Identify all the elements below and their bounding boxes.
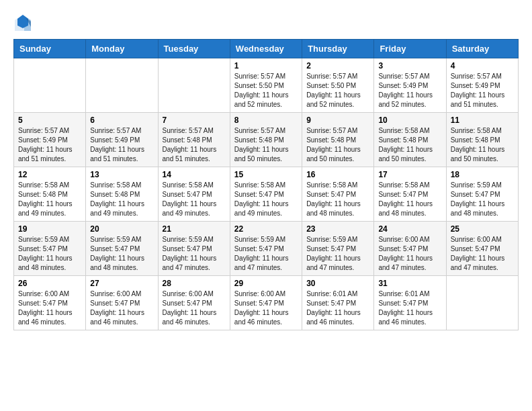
weekday-header-tuesday: Tuesday: [158, 40, 230, 58]
day-info: Sunrise: 6:00 AMSunset: 5:47 PMDaylight:…: [18, 289, 81, 327]
calendar-cell: 19Sunrise: 5:59 AMSunset: 5:47 PMDayligh…: [14, 222, 86, 276]
calendar-body: 1Sunrise: 5:57 AMSunset: 5:50 PMDaylight…: [14, 58, 519, 330]
calendar-cell: 9Sunrise: 5:57 AMSunset: 5:48 PMDaylight…: [302, 113, 374, 167]
calendar-cell: 27Sunrise: 6:00 AMSunset: 5:47 PMDayligh…: [86, 276, 158, 330]
day-number: 2: [306, 61, 369, 71]
day-info: Sunrise: 6:00 AMSunset: 5:47 PMDaylight:…: [163, 289, 226, 327]
day-number: 29: [234, 279, 298, 288]
calendar-cell: 26Sunrise: 6:00 AMSunset: 5:47 PMDayligh…: [14, 276, 86, 330]
day-info: Sunrise: 5:59 AMSunset: 5:47 PMDaylight:…: [451, 181, 514, 218]
day-info: Sunrise: 5:58 AMSunset: 5:47 PMDaylight:…: [306, 181, 369, 218]
week-row-4: 19Sunrise: 5:59 AMSunset: 5:47 PMDayligh…: [14, 222, 519, 276]
weekday-header-wednesday: Wednesday: [230, 40, 302, 58]
day-number: 3: [378, 61, 441, 71]
calendar-cell: 28Sunrise: 6:00 AMSunset: 5:47 PMDayligh…: [158, 276, 230, 330]
week-row-1: 1Sunrise: 5:57 AMSunset: 5:50 PMDaylight…: [14, 58, 519, 113]
calendar-cell: 11Sunrise: 5:58 AMSunset: 5:48 PMDayligh…: [446, 113, 518, 167]
day-info: Sunrise: 5:57 AMSunset: 5:49 PMDaylight:…: [90, 126, 153, 164]
week-row-3: 12Sunrise: 5:58 AMSunset: 5:48 PMDayligh…: [14, 167, 519, 222]
calendar-cell: 23Sunrise: 5:59 AMSunset: 5:47 PMDayligh…: [302, 222, 374, 276]
day-number: 31: [378, 279, 441, 288]
day-number: 15: [234, 170, 298, 179]
page-header: [13, 13, 519, 32]
day-info: Sunrise: 6:00 AMSunset: 5:47 PMDaylight:…: [234, 289, 298, 327]
calendar-cell: 17Sunrise: 5:58 AMSunset: 5:47 PMDayligh…: [374, 167, 446, 222]
calendar-cell: 25Sunrise: 6:00 AMSunset: 5:47 PMDayligh…: [446, 222, 518, 276]
calendar-cell: 5Sunrise: 5:57 AMSunset: 5:49 PMDaylight…: [14, 113, 86, 167]
calendar-cell: 4Sunrise: 5:57 AMSunset: 5:49 PMDaylight…: [446, 58, 518, 113]
calendar-cell: 6Sunrise: 5:57 AMSunset: 5:49 PMDaylight…: [86, 113, 158, 167]
calendar-cell: [158, 58, 230, 113]
day-info: Sunrise: 5:59 AMSunset: 5:47 PMDaylight:…: [18, 235, 81, 273]
day-number: 16: [306, 170, 369, 179]
day-number: 4: [451, 61, 514, 71]
day-number: 6: [90, 116, 153, 125]
calendar-cell: 13Sunrise: 5:58 AMSunset: 5:48 PMDayligh…: [86, 167, 158, 222]
day-number: 1: [234, 61, 298, 71]
calendar-cell: [14, 58, 86, 113]
day-number: 11: [451, 116, 514, 125]
day-number: 26: [18, 279, 81, 288]
day-info: Sunrise: 5:59 AMSunset: 5:47 PMDaylight:…: [90, 235, 153, 273]
day-number: 17: [378, 170, 441, 179]
day-info: Sunrise: 6:00 AMSunset: 5:47 PMDaylight:…: [378, 235, 441, 273]
day-info: Sunrise: 5:59 AMSunset: 5:47 PMDaylight:…: [234, 235, 298, 273]
day-info: Sunrise: 5:58 AMSunset: 5:48 PMDaylight:…: [90, 181, 153, 218]
calendar-cell: 24Sunrise: 6:00 AMSunset: 5:47 PMDayligh…: [374, 222, 446, 276]
day-number: 10: [378, 116, 441, 125]
calendar-cell: 3Sunrise: 5:57 AMSunset: 5:49 PMDaylight…: [374, 58, 446, 113]
calendar-cell: 12Sunrise: 5:58 AMSunset: 5:48 PMDayligh…: [14, 167, 86, 222]
calendar-cell: 14Sunrise: 5:58 AMSunset: 5:47 PMDayligh…: [158, 167, 230, 222]
calendar-cell: 18Sunrise: 5:59 AMSunset: 5:47 PMDayligh…: [446, 167, 518, 222]
weekday-header-sunday: Sunday: [14, 40, 86, 58]
day-info: Sunrise: 6:01 AMSunset: 5:47 PMDaylight:…: [378, 289, 441, 327]
day-info: Sunrise: 6:01 AMSunset: 5:47 PMDaylight:…: [306, 289, 369, 327]
day-info: Sunrise: 5:58 AMSunset: 5:47 PMDaylight:…: [234, 181, 298, 218]
day-number: 9: [306, 116, 369, 125]
day-number: 13: [90, 170, 153, 179]
calendar-table: SundayMondayTuesdayWednesdayThursdayFrid…: [13, 39, 519, 330]
day-info: Sunrise: 5:58 AMSunset: 5:48 PMDaylight:…: [451, 126, 514, 164]
calendar-header: SundayMondayTuesdayWednesdayThursdayFrid…: [14, 40, 519, 58]
calendar-cell: 1Sunrise: 5:57 AMSunset: 5:50 PMDaylight…: [230, 58, 302, 113]
weekday-header-saturday: Saturday: [446, 40, 518, 58]
day-number: 25: [451, 224, 514, 234]
calendar-cell: 16Sunrise: 5:58 AMSunset: 5:47 PMDayligh…: [302, 167, 374, 222]
calendar-cell: 30Sunrise: 6:01 AMSunset: 5:47 PMDayligh…: [302, 276, 374, 330]
day-number: 24: [378, 224, 441, 234]
calendar-cell: 31Sunrise: 6:01 AMSunset: 5:47 PMDayligh…: [374, 276, 446, 330]
logo: [13, 13, 35, 32]
day-info: Sunrise: 5:57 AMSunset: 5:49 PMDaylight:…: [378, 72, 441, 109]
day-info: Sunrise: 5:58 AMSunset: 5:47 PMDaylight:…: [378, 181, 441, 218]
calendar-cell: 21Sunrise: 5:59 AMSunset: 5:47 PMDayligh…: [158, 222, 230, 276]
week-row-2: 5Sunrise: 5:57 AMSunset: 5:49 PMDaylight…: [14, 113, 519, 167]
week-row-5: 26Sunrise: 6:00 AMSunset: 5:47 PMDayligh…: [14, 276, 519, 330]
day-number: 14: [163, 170, 226, 179]
day-info: Sunrise: 5:57 AMSunset: 5:50 PMDaylight:…: [234, 72, 298, 109]
day-number: 27: [90, 279, 153, 288]
day-number: 23: [306, 224, 369, 234]
day-info: Sunrise: 5:57 AMSunset: 5:48 PMDaylight:…: [306, 126, 369, 164]
day-number: 8: [234, 116, 298, 125]
day-info: Sunrise: 5:58 AMSunset: 5:47 PMDaylight:…: [163, 181, 226, 218]
day-info: Sunrise: 5:58 AMSunset: 5:48 PMDaylight:…: [18, 181, 81, 218]
calendar-cell: 29Sunrise: 6:00 AMSunset: 5:47 PMDayligh…: [230, 276, 302, 330]
day-info: Sunrise: 6:00 AMSunset: 5:47 PMDaylight:…: [90, 289, 153, 327]
weekday-header-monday: Monday: [86, 40, 158, 58]
calendar-cell: [446, 276, 518, 330]
day-number: 21: [163, 224, 226, 234]
day-number: 20: [90, 224, 153, 234]
day-info: Sunrise: 5:58 AMSunset: 5:48 PMDaylight:…: [378, 126, 441, 164]
calendar-cell: 22Sunrise: 5:59 AMSunset: 5:47 PMDayligh…: [230, 222, 302, 276]
day-number: 28: [163, 279, 226, 288]
calendar-cell: 15Sunrise: 5:58 AMSunset: 5:47 PMDayligh…: [230, 167, 302, 222]
day-info: Sunrise: 5:59 AMSunset: 5:47 PMDaylight:…: [306, 235, 369, 273]
day-info: Sunrise: 5:57 AMSunset: 5:50 PMDaylight:…: [306, 72, 369, 109]
calendar-cell: 7Sunrise: 5:57 AMSunset: 5:48 PMDaylight…: [158, 113, 230, 167]
weekday-header-friday: Friday: [374, 40, 446, 58]
day-number: 22: [234, 224, 298, 234]
calendar-cell: 8Sunrise: 5:57 AMSunset: 5:48 PMDaylight…: [230, 113, 302, 167]
svg-marker-2: [17, 15, 28, 28]
day-number: 19: [18, 224, 81, 234]
day-info: Sunrise: 5:57 AMSunset: 5:48 PMDaylight:…: [234, 126, 298, 164]
